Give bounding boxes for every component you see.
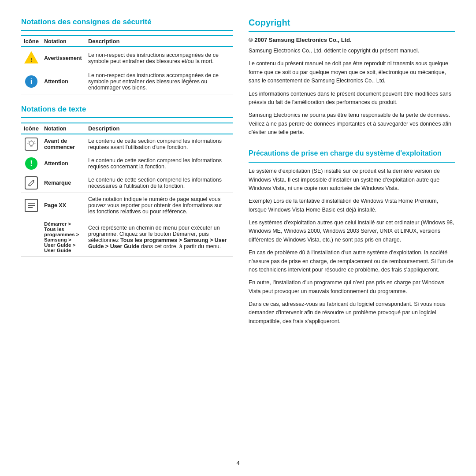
safety-table: Icône Notation Description ! Averti xyxy=(21,35,233,94)
safety-notations-section: Notations des consignes de sécurité Icôn… xyxy=(21,18,233,94)
samsung-heading: © 2007 Samsung Electronics Co., Ltd. xyxy=(249,37,455,43)
bulb-icon xyxy=(25,138,38,151)
menu-path-description: Ceci représente un chemin de menu pour e… xyxy=(86,218,233,257)
copyright-section: Copyright © 2007 Samsung Electronics Co.… xyxy=(249,18,455,137)
pencil-icon xyxy=(25,176,38,190)
table-row: ! Avertissement Le non-respect des instr… xyxy=(21,47,233,69)
list-line xyxy=(28,205,35,206)
remarque-notation: Remarque xyxy=(41,173,86,193)
col-header-description-2: Description xyxy=(86,123,233,134)
copyright-para-3: Samsung Electronics ne pourra pas être t… xyxy=(249,111,455,137)
warning-exclamation: ! xyxy=(30,56,32,63)
section-divider-1 xyxy=(21,30,233,31)
precautions-para-2: Les systèmes d'exploitation autres que c… xyxy=(249,219,455,244)
table-row: ! Attention Le contenu de cette section … xyxy=(21,154,233,173)
menu-path-icon-cell xyxy=(21,218,41,257)
info-circle-blue-icon: i xyxy=(25,75,37,88)
warning-notation: Avertissement xyxy=(41,47,86,69)
attention-green-cell: ! xyxy=(21,154,41,173)
text-notations-section: Notations de texte Icône Notation Descri… xyxy=(21,105,233,257)
avant-notation: Avant de commencer xyxy=(41,134,86,154)
pagexx-notation: Page XX xyxy=(41,193,86,218)
section-divider-2 xyxy=(21,117,233,118)
avant-description: Le contenu de cette section comprend les… xyxy=(86,134,233,154)
page: Notations des consignes de sécurité Icôn… xyxy=(0,0,476,476)
copyright-para-1: Le contenu du présent manuel ne doit pas… xyxy=(249,60,455,85)
col-header-description-1: Description xyxy=(86,36,233,47)
warning-icon-cell: ! xyxy=(21,47,41,69)
svg-point-0 xyxy=(29,141,33,145)
table-row: Démarrer > Tous les programmes > Samsung… xyxy=(21,218,233,257)
attention-description: Le non-respect des instructions accompag… xyxy=(86,69,233,94)
bulb-svg xyxy=(26,139,36,149)
attention-notation: Attention xyxy=(41,69,86,94)
pencil-icon-cell xyxy=(21,173,41,193)
copyright-divider xyxy=(249,31,455,32)
remarque-description: Le contenu de cette section comprend les… xyxy=(86,173,233,193)
precautions-para-0: Le système d'exploitation (SE) installé … xyxy=(249,167,455,193)
warning-description: Le non-respect des instructions accompag… xyxy=(86,47,233,69)
precautions-para-4: En outre, l'installation d'un programme … xyxy=(249,279,455,296)
col-header-icon-1: Icône xyxy=(21,36,41,47)
precautions-para-5: Dans ce cas, adressez-vous au fabricant … xyxy=(249,300,455,326)
attention2-notation: Attention xyxy=(41,154,86,173)
pencil-svg xyxy=(27,179,35,187)
precautions-para-3: En cas de problème dû à l'installation d… xyxy=(249,249,455,274)
text-table: Icône Notation Description xyxy=(21,123,233,257)
menu-path-desc-text: Ceci représente un chemin de menu pour e… xyxy=(88,225,227,249)
table-row: i Attention Le non-respect des instructi… xyxy=(21,69,233,94)
col-header-icon-2: Icône xyxy=(21,123,41,134)
col-header-notation-2: Notation xyxy=(41,123,86,134)
copyright-title: Copyright xyxy=(249,18,455,28)
bulb-icon-cell xyxy=(21,134,41,154)
table-row: Remarque Le contenu de cette section com… xyxy=(21,173,233,193)
list-icon-cell xyxy=(21,193,41,218)
copyright-para-2: Les informations contenues dans le prése… xyxy=(249,90,455,107)
table-row: Page XX Cette notation indique le numéro… xyxy=(21,193,233,218)
menu-path-notation: Démarrer > Tous les programmes > Samsung… xyxy=(41,218,86,257)
precautions-title: Précautions de prise en charge du systèm… xyxy=(249,149,455,158)
warning-triangle-icon: ! xyxy=(24,50,38,64)
table-row: Avant de commencer Le contenu de cette s… xyxy=(21,134,233,154)
col-header-notation-1: Notation xyxy=(41,36,86,47)
list-line xyxy=(28,203,35,204)
attention-green-icon: ! xyxy=(25,157,37,170)
right-column: Copyright © 2007 Samsung Electronics Co.… xyxy=(249,18,455,463)
text-notations-title: Notations de texte xyxy=(21,105,233,114)
pagexx-description: Cette notation indique le numéro de page… xyxy=(86,193,233,218)
safety-notations-title: Notations des consignes de sécurité xyxy=(21,18,233,26)
precautions-section: Précautions de prise en charge du systèm… xyxy=(249,149,455,326)
left-column: Notations des consignes de sécurité Icôn… xyxy=(21,18,233,463)
list-line-short xyxy=(28,207,33,208)
copyright-para-0: Samsung Electronics Co., Ltd. détient le… xyxy=(249,47,455,55)
page-number: 4 xyxy=(236,460,239,466)
precautions-para-1: Exemple) Lors de la tentative d'installa… xyxy=(249,197,455,214)
list-icon xyxy=(25,199,38,212)
attention2-description: Le contenu de cette section comprend les… xyxy=(86,154,233,173)
attention-icon-cell: i xyxy=(21,69,41,94)
precautions-divider xyxy=(249,162,455,163)
